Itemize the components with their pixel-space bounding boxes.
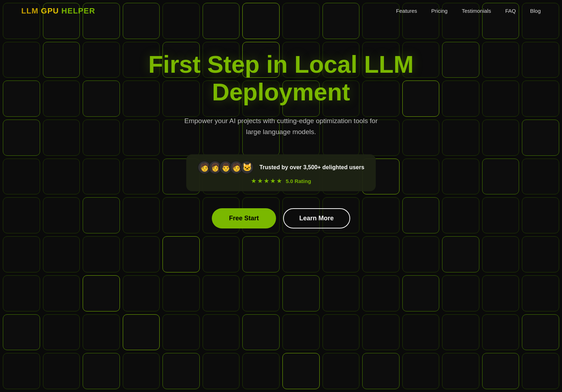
grid-cell — [282, 314, 320, 350]
trust-top: 🧑 👩 👨 🧑 🐱 Trusted by over 3,500+ delight… — [198, 161, 364, 174]
grid-cell — [83, 275, 120, 311]
avatar-5: 🐱 — [240, 161, 254, 174]
grid-cell — [362, 275, 400, 311]
logo-helper: HELPER — [59, 6, 95, 15]
grid-cell — [162, 314, 200, 350]
grid-cell — [323, 314, 360, 350]
logo[interactable]: LLM GPU HELPER — [21, 6, 95, 16]
grid-cell — [522, 275, 559, 311]
grid-cell — [482, 275, 519, 311]
grid-cell — [123, 275, 160, 311]
grid-cell — [242, 314, 280, 350]
rating-text: 5.0 Rating — [286, 178, 311, 184]
grid-cell — [83, 353, 120, 389]
grid-cell — [482, 314, 519, 350]
grid-cell — [123, 353, 160, 389]
grid-cell — [362, 353, 400, 389]
grid-cell — [522, 236, 559, 272]
grid-cell — [323, 353, 360, 389]
hero-subtitle: Empower your AI projects with cutting-ed… — [178, 116, 384, 137]
grid-cell — [203, 236, 240, 272]
grid-cell — [362, 236, 400, 272]
nav-features[interactable]: Features — [396, 8, 417, 14]
nav-blog[interactable]: Blog — [530, 8, 541, 14]
grid-cell — [162, 353, 200, 389]
grid-cell — [3, 353, 40, 389]
grid-cell — [43, 275, 80, 311]
grid-cell — [362, 314, 400, 350]
learn-more-button[interactable]: Learn More — [283, 208, 350, 228]
grid-cell — [323, 275, 360, 311]
nav-faq[interactable]: FAQ — [505, 8, 516, 14]
grid-cell — [43, 353, 80, 389]
cta-buttons: Free Start Learn More — [212, 208, 350, 228]
grid-cell — [123, 314, 160, 350]
grid-cell — [522, 314, 559, 350]
logo-llm: LLM — [21, 6, 38, 15]
grid-cell — [242, 353, 280, 389]
star-icons: ★★★★★ — [251, 177, 283, 185]
nav-links: Features Pricing Testimonials FAQ Blog — [396, 8, 541, 14]
grid-cell — [282, 236, 320, 272]
grid-cell — [522, 353, 559, 389]
trust-text: Trusted by over 3,500+ delighted users — [259, 164, 364, 171]
hero-section: First Step in Local LLM Deployment Empow… — [0, 22, 562, 228]
grid-cell — [442, 353, 479, 389]
user-avatars: 🧑 👩 👨 🧑 🐱 — [198, 161, 254, 174]
free-start-button[interactable]: Free Start — [212, 208, 276, 228]
hero-title: First Step in Local LLM Deployment — [148, 50, 414, 106]
grid-cell — [442, 236, 479, 272]
grid-cell — [43, 314, 80, 350]
grid-cell — [162, 275, 200, 311]
grid-cell — [3, 275, 40, 311]
grid-cell — [3, 236, 40, 272]
navigation: LLM GPU HELPER Features Pricing Testimon… — [0, 0, 562, 22]
grid-cell — [442, 314, 479, 350]
grid-cell — [83, 314, 120, 350]
grid-cell — [282, 275, 320, 311]
nav-testimonials[interactable]: Testimonials — [462, 8, 491, 14]
grid-cell — [402, 314, 440, 350]
grid-cell — [203, 314, 240, 350]
grid-cell — [282, 353, 320, 389]
grid-cell — [402, 275, 440, 311]
nav-pricing[interactable]: Pricing — [431, 8, 448, 14]
grid-cell — [3, 314, 40, 350]
grid-cell — [123, 236, 160, 272]
logo-gpu: GPU — [38, 6, 59, 15]
grid-cell — [203, 353, 240, 389]
grid-cell — [162, 236, 200, 272]
grid-cell — [442, 275, 479, 311]
grid-cell — [242, 236, 280, 272]
trust-rating: ★★★★★ 5.0 Rating — [251, 177, 311, 185]
grid-cell — [482, 353, 519, 389]
grid-cell — [402, 353, 440, 389]
grid-cell — [242, 275, 280, 311]
grid-cell — [323, 236, 360, 272]
grid-cell — [203, 275, 240, 311]
grid-cell — [482, 236, 519, 272]
grid-cell — [83, 236, 120, 272]
grid-cell — [402, 236, 440, 272]
grid-cell — [43, 236, 80, 272]
trust-badge: 🧑 👩 👨 🧑 🐱 Trusted by over 3,500+ delight… — [186, 154, 376, 191]
